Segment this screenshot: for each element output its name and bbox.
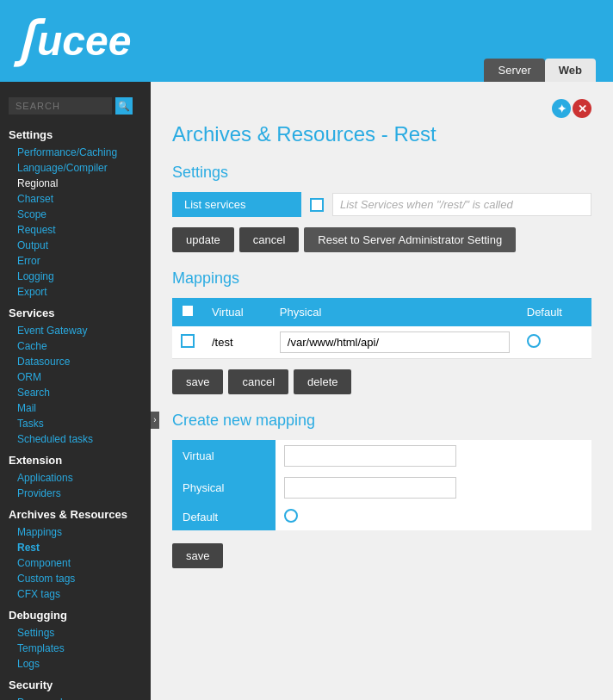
create-physical-label: Physical	[172, 472, 276, 504]
sidebar-item-regional[interactable]: Regional	[0, 176, 151, 191]
layout: ↺ 🔍 Settings Performance/Caching Languag…	[0, 82, 613, 700]
sidebar-item-debug-settings[interactable]: Settings	[0, 625, 151, 641]
tab-server[interactable]: Server	[484, 59, 544, 82]
sidebar-item-component[interactable]: Component	[0, 555, 151, 571]
col-checkbox-header	[172, 298, 203, 326]
sidebar-item-orm[interactable]: ORM	[0, 369, 151, 385]
delete-button[interactable]: delete	[294, 369, 351, 394]
settings-section-title: Settings	[172, 164, 591, 182]
row-checkbox[interactable]	[181, 334, 195, 348]
nav-section-services: Services	[0, 300, 151, 323]
sidebar-item-cfx-tags[interactable]: CFX tags	[0, 586, 151, 602]
search-container: 🔍	[0, 90, 151, 121]
sidebar-item-charset[interactable]: Charset	[0, 191, 151, 207]
physical-cell	[271, 326, 518, 359]
col-default-header: Default	[518, 298, 591, 326]
create-mapping-title: Create new mapping	[172, 412, 591, 430]
top-icons: ✦ ✕	[172, 99, 591, 118]
col-physical-header: Physical	[271, 298, 518, 326]
reset-button[interactable]: Reset to Server Administrator Setting	[304, 227, 516, 252]
settings-row: List services List Services when "/rest/…	[172, 192, 591, 217]
mappings-table: Virtual Physical Default /test	[172, 298, 591, 359]
sidebar-item-event-gateway[interactable]: Event Gateway	[0, 323, 151, 338]
sidebar-item-providers[interactable]: Providers	[0, 486, 151, 501]
create-virtual-input[interactable]	[284, 445, 456, 467]
main-content: ✦ ✕ Archives & Resources - Rest Settings…	[151, 82, 613, 700]
sidebar: ↺ 🔍 Settings Performance/Caching Languag…	[0, 82, 151, 700]
list-services-checkbox[interactable]	[310, 198, 324, 212]
create-virtual-label: Virtual	[172, 440, 276, 472]
sidebar-item-mail[interactable]: Mail	[0, 400, 151, 416]
physical-input[interactable]	[280, 331, 510, 353]
sidebar-item-logs[interactable]: Logs	[0, 656, 151, 672]
virtual-cell: /test	[203, 326, 271, 359]
nav-section-extension: Extension	[0, 447, 151, 470]
sidebar-item-templates[interactable]: Templates	[0, 641, 151, 656]
col-virtual-header: Virtual	[203, 298, 271, 326]
mappings-section-title: Mappings	[172, 269, 591, 288]
create-table: Virtual Physical Default	[172, 440, 591, 530]
create-virtual-row: Virtual	[172, 440, 591, 472]
select-all-checkbox[interactable]	[181, 304, 195, 318]
list-services-placeholder: List Services when "/rest/" is called	[332, 193, 591, 216]
search-input[interactable]	[9, 97, 112, 115]
sidebar-item-language-compiler[interactable]: Language/Compiler	[0, 160, 151, 176]
sidebar-item-applications[interactable]: Applications	[0, 470, 151, 486]
search-button[interactable]: 🔍	[115, 97, 133, 115]
settings-btn-row: update cancel Reset to Server Administra…	[172, 227, 591, 252]
sidebar-item-mappings[interactable]: Mappings	[0, 524, 151, 540]
sidebar-item-datasource[interactable]: Datasource	[0, 354, 151, 369]
update-button[interactable]: update	[172, 227, 234, 252]
info-icon[interactable]: ✦	[552, 99, 571, 118]
sidebar-item-rest[interactable]: Rest	[0, 540, 151, 555]
sidebar-item-error[interactable]: Error	[0, 253, 151, 269]
sidebar-item-scope[interactable]: Scope	[0, 207, 151, 222]
nav-section-settings: Settings	[0, 121, 151, 145]
sidebar-item-cache[interactable]: Cache	[0, 338, 151, 354]
table-row: /test	[172, 326, 591, 359]
cancel-button[interactable]: cancel	[239, 227, 300, 252]
sidebar-item-output[interactable]: Output	[0, 238, 151, 253]
sidebar-item-scheduled-tasks[interactable]: Scheduled tasks	[0, 431, 151, 447]
sidebar-item-logging[interactable]: Logging	[0, 269, 151, 284]
sidebar-item-custom-tags[interactable]: Custom tags	[0, 571, 151, 586]
create-physical-input[interactable]	[284, 477, 456, 499]
cancel-mapping-button[interactable]: cancel	[228, 369, 288, 394]
nav-section-debugging: Debugging	[0, 602, 151, 625]
default-cell	[518, 326, 591, 359]
mappings-btn-row: save cancel delete	[172, 369, 591, 394]
create-btn-row: save	[172, 543, 591, 568]
sidebar-item-search[interactable]: Search	[0, 385, 151, 400]
page-title: Archives & Resources - Rest	[172, 122, 591, 146]
sidebar-collapse-arrow[interactable]: ›	[151, 412, 159, 429]
sidebar-item-tasks[interactable]: Tasks	[0, 416, 151, 431]
logo-text: ucee	[37, 17, 131, 65]
nav-section-security: Security	[0, 672, 151, 695]
server-web-tabs: Server Web	[484, 59, 596, 82]
save-mapping-button[interactable]: save	[172, 369, 223, 394]
header: ʃ ucee Server Web	[0, 0, 613, 82]
sidebar-item-performance-caching[interactable]: Performance/Caching	[0, 145, 151, 160]
create-physical-row: Physical	[172, 472, 591, 504]
logo: ʃ ucee	[17, 17, 131, 65]
nav-section-archives: Archives & Resources	[0, 501, 151, 524]
sidebar-item-export[interactable]: Export	[0, 284, 151, 300]
sidebar-item-password[interactable]: Password	[0, 695, 151, 700]
create-default-row: Default	[172, 504, 591, 530]
tab-web[interactable]: Web	[545, 59, 596, 82]
create-save-button[interactable]: save	[172, 543, 223, 568]
list-services-badge: List services	[172, 192, 301, 217]
create-default-radio[interactable]	[284, 509, 298, 523]
create-default-label: Default	[172, 504, 276, 530]
close-icon[interactable]: ✕	[573, 99, 591, 118]
default-radio[interactable]	[527, 334, 541, 348]
sidebar-item-request[interactable]: Request	[0, 222, 151, 238]
